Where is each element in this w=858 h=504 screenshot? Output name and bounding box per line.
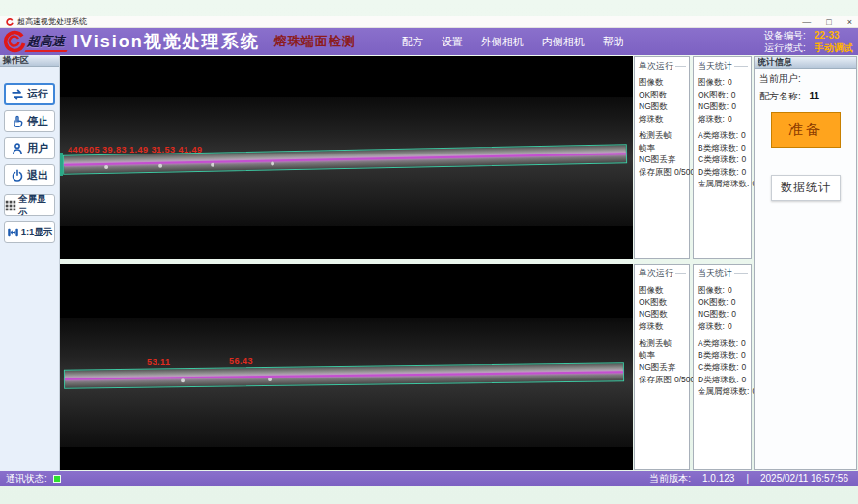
single-run-header: 单次运行: [639, 267, 689, 280]
current-user-label: 当前用户:: [759, 73, 801, 84]
device-id-value: 22-33: [815, 29, 840, 42]
recipe-name-value: 11: [810, 91, 820, 101]
comm-status-led: [53, 475, 61, 483]
main-menu: 配方 设置 外侧相机 内侧相机 帮助: [402, 35, 624, 49]
stat-row: NG图数:0: [698, 308, 751, 321]
data-statistics-button[interactable]: 数据统计: [771, 175, 841, 201]
stat-row: 熔珠数:0: [698, 321, 751, 333]
stat-row: 金属屑熔珠数:0: [698, 178, 751, 190]
close-button[interactable]: ×: [847, 17, 852, 27]
stat-row: B类熔珠数:0: [698, 142, 751, 154]
stat-row: C类熔珠数:0: [698, 154, 751, 166]
info-panel-header: 统计信息: [755, 57, 856, 69]
minimize-button[interactable]: —: [802, 17, 811, 27]
app-icon: [6, 18, 14, 26]
stat-row: NG图数: [639, 308, 689, 321]
stat-row: 图像数: [639, 76, 689, 89]
comm-status-label: 通讯状态:: [6, 472, 47, 486]
os-window-title: 超高速视觉处理系统: [17, 16, 87, 27]
statistics-info-panel: 统计信息 当前用户: 配方名称: 11 准备 数据统计: [754, 56, 857, 470]
one-to-one-button[interactable]: 1:1显示: [4, 221, 55, 243]
stat-row: 熔珠数: [639, 321, 689, 333]
stat-row: 熔珠数:0: [698, 113, 751, 126]
today-stats-column: 当天统计 图像数:0 OK图数:0 NG图数:0 熔珠数:0 A类熔珠数:0 B…: [693, 56, 752, 259]
stat-row: NG图数: [639, 100, 689, 113]
version-value: 1.0.123: [702, 473, 734, 484]
stat-row: D类熔珠数:0: [698, 166, 751, 179]
menu-item-settings[interactable]: 设置: [442, 35, 463, 49]
stat-row: A类熔珠数:0: [698, 129, 751, 142]
stat-row: 帧率: [639, 350, 689, 362]
fullscreen-button[interactable]: 全屏显示: [4, 194, 55, 216]
stat-row: 保存原图0/500: [639, 374, 689, 386]
hand-stop-icon: [11, 115, 24, 128]
run-icon: [11, 88, 24, 101]
single-run-column: 单次运行 图像数 OK图数 NG图数 熔珠数 检测丢帧 帧率 NG图丢弃 保存原…: [634, 264, 690, 470]
run-button[interactable]: 运行: [4, 83, 55, 105]
today-stats-header: 当天统计: [698, 267, 751, 280]
measurement-annotation: 440605 39.83 1.49 31.53 41.49: [68, 145, 203, 154]
stat-row: OK图数:0: [698, 296, 751, 309]
bead-mark: [158, 164, 162, 168]
datetime-value: 2025/02/11 16:57:56: [760, 473, 848, 484]
menu-item-outer-camera[interactable]: 外侧相机: [481, 35, 524, 49]
camera-view-outer: 440605 39.83 1.49 31.53 41.49: [60, 56, 633, 259]
stats-panel-outer: 单次运行 图像数 OK图数 NG图数 熔珠数 检测丢帧 帧率 NG图丢弃 保存原…: [634, 56, 752, 259]
run-mode-label: 运行模式:: [764, 42, 815, 54]
version-label: 当前版本:: [649, 472, 691, 486]
measurement-annotation: 56.43: [229, 356, 253, 366]
stop-button[interactable]: 停止: [4, 110, 55, 132]
menu-item-inner-camera[interactable]: 内侧相机: [542, 35, 585, 49]
stat-row: OK图数: [639, 89, 689, 101]
stat-row: 图像数: [639, 284, 689, 296]
maximize-button[interactable]: □: [826, 17, 831, 27]
user-button[interactable]: 用户: [4, 137, 55, 159]
stat-row: NG图数:0: [698, 100, 751, 113]
camera-view-inner: 53.11 56.43: [60, 264, 633, 470]
device-info: 设备编号: 22-33 运行模式: 手动调试: [764, 29, 853, 54]
power-icon: [11, 169, 24, 182]
app-title: IVision视觉处理系统: [73, 30, 260, 53]
fullscreen-grid-icon: [5, 200, 16, 211]
single-run-column: 单次运行 图像数 OK图数 NG图数 熔珠数 检测丢帧 帧率 NG图丢弃 保存原…: [634, 56, 690, 259]
brand-logo-text: 超高速: [27, 33, 65, 50]
measurement-annotation: 53.11: [147, 357, 171, 367]
bead-mark: [268, 378, 272, 381]
bead-mark: [271, 161, 274, 165]
menu-item-help[interactable]: 帮助: [603, 35, 624, 49]
laser-line: [65, 371, 623, 380]
sidebar-header: 操作区: [0, 55, 59, 67]
one-to-one-icon: [7, 226, 19, 238]
bead-mark: [181, 378, 185, 382]
laser-line: [64, 153, 626, 166]
app-header: 超高速 IVision视觉处理系统 熔珠端面检测 配方 设置 外侧相机 内侧相机…: [0, 28, 858, 55]
app-window: 超高速视觉处理系统 — □ × 超高速 IVision视觉处理系统 熔珠端面检测…: [0, 0, 858, 504]
user-icon: [11, 142, 24, 155]
stat-row: NG图丢弃: [639, 361, 689, 374]
stat-row: 图像数:0: [698, 284, 751, 296]
run-mode-value: 手动调试: [815, 42, 853, 54]
stat-row: 检测丢帧: [639, 337, 689, 350]
exit-button[interactable]: 退出: [4, 164, 55, 186]
today-stats-header: 当天统计: [698, 60, 751, 72]
single-run-header: 单次运行: [639, 60, 689, 72]
stat-row: 图像数:0: [698, 76, 751, 89]
stat-row: 金属屑熔珠数:0: [698, 385, 751, 398]
stat-row: 熔珠数: [639, 113, 689, 126]
stat-row: A类熔珠数:0: [698, 337, 751, 350]
bead-mark: [211, 163, 214, 167]
prepare-button[interactable]: 准备: [771, 112, 841, 148]
stat-row: 保存原图0/500: [639, 166, 689, 179]
stat-row: C类熔珠数:0: [698, 361, 751, 374]
app-subtitle: 熔珠端面检测: [274, 33, 356, 50]
stat-row: D类熔珠数:0: [698, 374, 751, 386]
statusbar-separator: |: [746, 473, 749, 484]
bead-mark: [104, 165, 108, 169]
menu-item-recipe[interactable]: 配方: [402, 35, 423, 49]
stat-row: 帧率: [639, 142, 689, 154]
stat-row: 检测丢帧: [639, 129, 689, 142]
stat-row: OK图数:0: [698, 89, 751, 101]
status-bar: 通讯状态: 当前版本: 1.0.123 | 2025/02/11 16:57:5…: [0, 471, 858, 486]
today-stats-column: 当天统计 图像数:0 OK图数:0 NG图数:0 熔珠数:0 A类熔珠数:0 B…: [693, 264, 752, 470]
operation-sidebar: 操作区 运行 停止 用户: [0, 55, 60, 471]
